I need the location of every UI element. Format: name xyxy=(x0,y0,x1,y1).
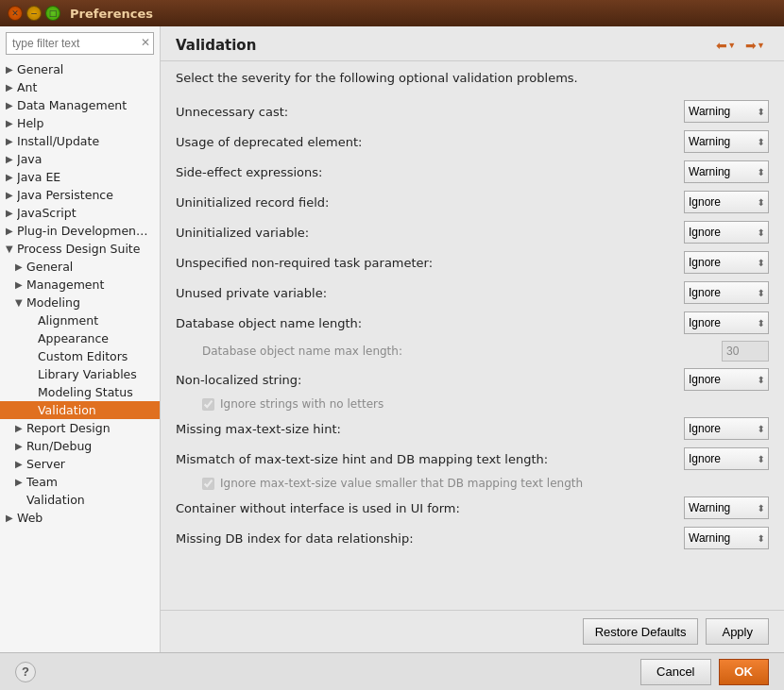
select-unnecessary-cast[interactable]: IgnoreWarningError xyxy=(684,100,769,123)
tree-arrow-pds-general: ▶ xyxy=(15,261,26,272)
sidebar-item-pds-management[interactable]: ▶Management xyxy=(0,276,160,294)
apply-button[interactable]: Apply xyxy=(706,618,769,645)
sidebar-item-web[interactable]: ▶Web xyxy=(0,509,160,527)
maximize-button[interactable]: □ xyxy=(45,6,60,21)
select-non-localized-string[interactable]: IgnoreWarningError xyxy=(684,368,769,391)
tree-arrow-javascript: ▶ xyxy=(6,208,17,218)
window-title: Preferences xyxy=(70,7,153,21)
label-deprecated-element: Usage of deprecated element: xyxy=(176,135,684,149)
titlebar: ✕ − □ Preferences xyxy=(0,0,784,26)
sidebar-item-pds-alignment[interactable]: Alignment xyxy=(0,311,160,329)
select-wrapper-mismatch-max-text-size: IgnoreWarningError xyxy=(684,447,769,470)
sidebar-item-java-ee[interactable]: ▶Java EE xyxy=(0,168,160,186)
tree-arrow-team: ▶ xyxy=(15,477,26,487)
sidebar-label-server: Server xyxy=(26,457,156,471)
select-missing-max-text-size[interactable]: IgnoreWarningError xyxy=(684,417,769,440)
select-container-without-interface[interactable]: IgnoreWarningError xyxy=(684,496,769,519)
sub-row-ignore-strings-no-letters: Ignore strings with no letters xyxy=(176,395,769,413)
sidebar-item-plug-in-development[interactable]: ▶Plug-in Developmen… xyxy=(0,222,160,240)
tree-arrow-plug-in-development: ▶ xyxy=(6,226,17,236)
sidebar-item-pds-library-variables[interactable]: Library Variables xyxy=(0,365,160,383)
tree-arrow-process-design-suite: ▼ xyxy=(6,244,17,254)
sidebar-label-data-management: Data Management xyxy=(17,98,156,112)
cancel-button[interactable]: Cancel xyxy=(640,659,710,685)
select-side-effect[interactable]: IgnoreWarningError xyxy=(684,160,769,183)
filter-clear-icon[interactable]: ✕ xyxy=(141,36,150,49)
sidebar-item-validation-top[interactable]: Validation xyxy=(0,491,160,509)
select-mismatch-max-text-size[interactable]: IgnoreWarningError xyxy=(684,447,769,470)
select-uninitialized-variable[interactable]: IgnoreWarningError xyxy=(684,221,769,244)
select-wrapper-unnecessary-cast: IgnoreWarningError xyxy=(684,100,769,123)
select-wrapper-unspecified-task-param: IgnoreWarningError xyxy=(684,251,769,274)
sidebar-item-pds-modeling[interactable]: ▼Modeling xyxy=(0,294,160,311)
tree-arrow-general: ▶ xyxy=(6,64,17,75)
content-footer: Restore Defaults Apply xyxy=(161,610,784,652)
sidebar: ✕ ▶General▶Ant▶Data Management▶Help▶Inst… xyxy=(0,26,161,652)
select-unused-private-variable[interactable]: IgnoreWarningError xyxy=(684,281,769,304)
sidebar-item-pds-validation[interactable]: Validation xyxy=(0,401,160,419)
sidebar-label-general: General xyxy=(17,62,156,76)
sidebar-item-ant[interactable]: ▶Ant xyxy=(0,78,160,96)
label-mismatch-max-text-size: Mismatch of max-text-size hint and DB ma… xyxy=(176,452,684,466)
sidebar-label-run-debug: Run/Debug xyxy=(26,439,156,453)
sidebar-label-pds-management: Management xyxy=(26,278,156,292)
sidebar-item-java-persistence[interactable]: ▶Java Persistence xyxy=(0,186,160,204)
nav-buttons: ⬅▼ ➡▼ xyxy=(712,36,769,55)
checkbox-ignore-max-text-size-value xyxy=(202,478,214,490)
sidebar-item-install-update[interactable]: ▶Install/Update xyxy=(0,132,160,150)
close-button[interactable]: ✕ xyxy=(8,6,23,21)
select-wrapper-uninitialized-variable: IgnoreWarningError xyxy=(684,221,769,244)
sidebar-item-pds-appearance[interactable]: Appearance xyxy=(0,329,160,347)
sidebar-item-server[interactable]: ▶Server xyxy=(0,455,160,473)
select-wrapper-db-object-name-length: IgnoreWarningError xyxy=(684,311,769,334)
minimize-button[interactable]: − xyxy=(26,6,42,21)
sidebar-item-pds-modeling-status[interactable]: Modeling Status xyxy=(0,383,160,401)
sidebar-item-pds-custom-editors[interactable]: Custom Editors xyxy=(0,347,160,365)
filter-input[interactable] xyxy=(6,32,154,55)
tree-arrow-install-update: ▶ xyxy=(6,136,17,146)
select-missing-db-index[interactable]: IgnoreWarningError xyxy=(684,527,769,549)
sidebar-label-pds-general: General xyxy=(26,260,156,274)
checkbox-label-ignore-strings-no-letters: Ignore strings with no letters xyxy=(220,397,383,411)
select-wrapper-non-localized-string: IgnoreWarningError xyxy=(684,368,769,391)
sidebar-item-process-design-suite[interactable]: ▼Process Design Suite xyxy=(0,240,160,258)
page-title: Validation xyxy=(176,37,256,54)
sidebar-label-report-design: Report Design xyxy=(26,421,156,435)
select-uninitialized-record[interactable]: IgnoreWarningError xyxy=(684,191,769,213)
sidebar-item-data-management[interactable]: ▶Data Management xyxy=(0,96,160,114)
help-button[interactable]: ? xyxy=(15,662,36,682)
tree-arrow-server: ▶ xyxy=(15,459,26,469)
nav-back-button[interactable]: ⬅▼ xyxy=(712,36,740,55)
sidebar-item-java[interactable]: ▶Java xyxy=(0,150,160,168)
row-side-effect: Side-effect expressions:IgnoreWarningErr… xyxy=(176,157,769,187)
window-controls[interactable]: ✕ − □ xyxy=(8,6,60,21)
sidebar-label-pds-alignment: Alignment xyxy=(38,313,156,328)
validation-rows-container: Unnecessary cast:IgnoreWarningErrorUsage… xyxy=(176,96,769,553)
select-wrapper-uninitialized-record: IgnoreWarningError xyxy=(684,191,769,213)
sidebar-item-general[interactable]: ▶General xyxy=(0,60,160,78)
sidebar-item-help[interactable]: ▶Help xyxy=(0,114,160,132)
ok-button[interactable]: OK xyxy=(719,659,770,685)
sidebar-item-report-design[interactable]: ▶Report Design xyxy=(0,419,160,437)
restore-defaults-button[interactable]: Restore Defaults xyxy=(583,618,699,645)
sidebar-item-pds-general[interactable]: ▶General xyxy=(0,258,160,276)
select-deprecated-element[interactable]: IgnoreWarningError xyxy=(684,130,769,153)
sidebar-item-team[interactable]: ▶Team xyxy=(0,473,160,491)
dialog-bar: ? Cancel OK xyxy=(0,652,784,690)
tree-arrow-java: ▶ xyxy=(6,154,17,164)
sidebar-label-pds-appearance: Appearance xyxy=(38,331,156,345)
nav-forward-button[interactable]: ➡▼ xyxy=(741,36,769,55)
sidebar-label-pds-modeling-status: Modeling Status xyxy=(38,385,156,399)
sidebar-item-run-debug[interactable]: ▶Run/Debug xyxy=(0,437,160,455)
select-db-object-name-length[interactable]: IgnoreWarningError xyxy=(684,311,769,334)
sidebar-label-pds-library-variables: Library Variables xyxy=(38,367,156,381)
tree-arrow-java-ee: ▶ xyxy=(6,172,17,182)
label-unspecified-task-param: Unspecified non-required task parameter: xyxy=(176,256,684,270)
sidebar-label-pds-validation: Validation xyxy=(38,403,156,417)
sidebar-item-javascript[interactable]: ▶JavaScript xyxy=(0,204,160,222)
select-wrapper-side-effect: IgnoreWarningError xyxy=(684,160,769,183)
select-unspecified-task-param[interactable]: IgnoreWarningError xyxy=(684,251,769,274)
sub-label-db-object-name-max-length-input: Database object name max length: xyxy=(202,345,722,358)
sidebar-label-java-ee: Java EE xyxy=(17,170,156,184)
tree-arrow-pds-management: ▶ xyxy=(15,279,26,290)
